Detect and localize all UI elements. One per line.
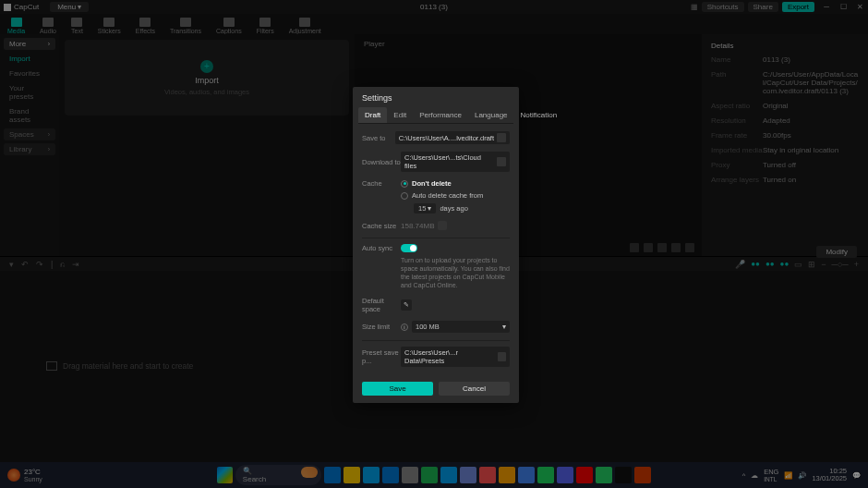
save-to-field[interactable]: C:\Users\User\A....lveditor.draft (395, 131, 510, 144)
cache-auto-delete-radio[interactable]: Auto delete cache from (401, 191, 510, 200)
size-limit-select[interactable]: 100 MB▾ (412, 321, 510, 333)
default-space-label: Default space (362, 297, 401, 313)
radio-on-icon (401, 180, 408, 188)
save-button[interactable]: Save (362, 382, 433, 396)
modal-title: Settings (353, 87, 519, 107)
auto-sync-label: Auto sync (362, 244, 401, 252)
days-suffix: days ago (440, 204, 467, 213)
days-select[interactable]: 15 ▾ (414, 203, 436, 214)
settings-tab-performance[interactable]: Performance (413, 107, 468, 123)
info-icon[interactable]: i (401, 323, 408, 331)
browse-icon[interactable] (497, 157, 506, 166)
preset-path-field[interactable]: C:\Users\User\...r Data\Presets (401, 347, 510, 367)
size-limit-label: Size limit (362, 323, 401, 331)
cache-dont-delete-radio[interactable]: Don't delete (401, 179, 510, 188)
edit-space-button[interactable]: ✎ (401, 299, 412, 311)
settings-tab-notification[interactable]: Notification (514, 107, 564, 123)
settings-tab-edit[interactable]: Edit (387, 107, 413, 123)
auto-sync-toggle[interactable] (401, 244, 417, 252)
browse-icon[interactable] (498, 352, 506, 361)
settings-tab-draft[interactable]: Draft (358, 107, 387, 123)
trash-icon[interactable] (438, 221, 447, 230)
cache-size-label: Cache size (362, 222, 401, 230)
save-to-label: Save to (362, 134, 395, 142)
download-to-label: Download to (362, 158, 401, 166)
chevron-down-icon: ▾ (502, 323, 506, 331)
settings-tab-language[interactable]: Language (468, 107, 514, 123)
radio-off-icon (401, 192, 408, 200)
settings-modal: Settings DraftEditPerformanceLanguageNot… (353, 87, 519, 403)
cancel-button[interactable]: Cancel (439, 382, 510, 396)
browse-icon[interactable] (497, 133, 506, 142)
auto-sync-desc: Turn on to upload your projects to space… (401, 256, 510, 289)
cache-size-value: 158.74MB (401, 222, 434, 230)
preset-save-label: Preset save p... (362, 348, 401, 365)
download-to-field[interactable]: C:\Users\User\...ts\Cloud files (401, 152, 510, 172)
cache-label: Cache (362, 179, 401, 188)
